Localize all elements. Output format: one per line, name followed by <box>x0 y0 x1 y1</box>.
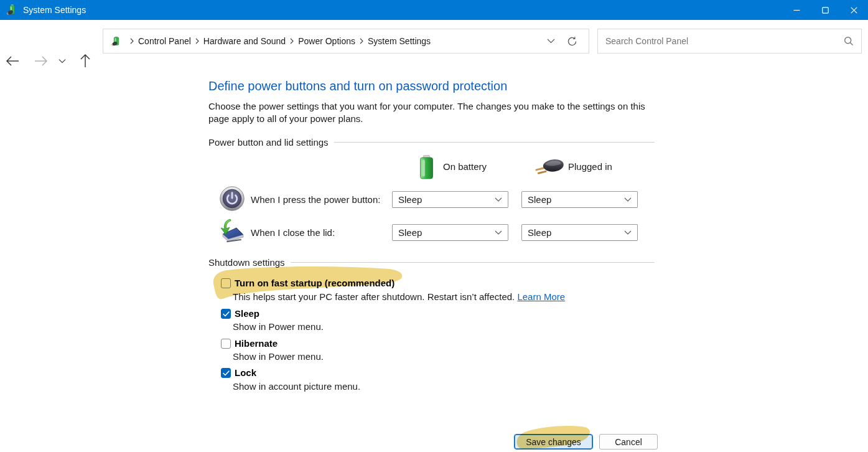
hibernate-option-label: Hibernate <box>235 338 278 349</box>
learn-more-link[interactable]: Learn More <box>517 291 565 302</box>
chevron-down-icon <box>624 230 632 235</box>
search-input[interactable] <box>605 36 844 46</box>
window-title: System Settings <box>23 5 86 15</box>
breadcrumb-separator-icon <box>130 38 134 44</box>
lock-option-description: Show in account picture menu. <box>233 381 360 392</box>
chevron-down-icon <box>547 39 555 44</box>
search-icon[interactable] <box>844 36 854 46</box>
minimize-button[interactable] <box>782 0 811 20</box>
plugged-in-column-label: Plugged in <box>568 161 612 172</box>
check-icon <box>223 311 230 317</box>
maximize-icon <box>822 7 829 14</box>
up-arrow-icon <box>80 54 90 68</box>
chevron-down-icon <box>495 197 502 202</box>
close-lid-on-battery-select[interactable]: Sleep <box>392 224 508 241</box>
fast-startup-description-text: This helps start your PC faster after sh… <box>233 291 517 302</box>
lock-checkbox[interactable] <box>221 368 231 378</box>
shutdown-section-header: Shutdown settings <box>208 257 655 268</box>
breadcrumb-item-power-options[interactable]: Power Options <box>298 36 355 46</box>
chevron-down-icon <box>58 59 66 64</box>
power-button-on-battery-select[interactable]: Sleep <box>392 191 508 208</box>
power-button-icon <box>220 186 245 211</box>
forward-arrow-icon <box>34 56 48 66</box>
back-arrow-icon <box>6 56 19 66</box>
sleep-option-label: Sleep <box>235 308 259 319</box>
on-battery-column-label: On battery <box>443 161 487 172</box>
power-options-icon <box>6 4 17 16</box>
breadcrumb-item-system-settings[interactable]: System Settings <box>368 36 431 46</box>
hibernate-option-description: Show in Power menu. <box>233 351 324 362</box>
selected-value: Sleep <box>398 194 495 205</box>
breadcrumb-separator-icon <box>360 38 363 44</box>
selected-value: Sleep <box>528 227 624 238</box>
lid-close-icon <box>218 219 245 245</box>
power-button-row-label: When I press the power button: <box>251 194 380 205</box>
refresh-button[interactable] <box>561 31 582 52</box>
breadcrumb-item-hardware-and-sound[interactable]: Hardware and Sound <box>203 36 286 46</box>
address-dropdown-button[interactable] <box>540 31 561 52</box>
close-lid-plugged-in-select[interactable]: Sleep <box>521 224 638 241</box>
power-options-icon <box>111 36 121 47</box>
up-button[interactable] <box>76 52 95 70</box>
section-divider <box>291 262 655 263</box>
plug-icon <box>535 158 565 176</box>
close-lid-row-label: When I close the lid: <box>251 227 335 238</box>
page-description: Choose the power settings that you want … <box>208 100 647 125</box>
battery-icon <box>419 155 434 179</box>
breadcrumb-separator-icon <box>195 38 199 44</box>
page-title: Define power buttons and turn on passwor… <box>208 79 507 93</box>
fast-startup-label: Turn on fast startup (recommended) <box>235 278 394 288</box>
chevron-down-icon <box>624 197 632 202</box>
system-settings-window: System Settings <box>0 0 868 452</box>
hibernate-checkbox[interactable] <box>221 339 231 349</box>
navigation-bar: Control Panel Hardware and Sound Power O… <box>0 20 868 56</box>
breadcrumb-separator-icon <box>290 38 294 44</box>
recent-pages-button[interactable] <box>55 52 70 70</box>
sleep-option-description: Show in Power menu. <box>233 321 324 332</box>
fast-startup-description: This helps start your PC faster after sh… <box>233 291 565 302</box>
maximize-button[interactable] <box>811 0 839 20</box>
selected-value: Sleep <box>398 227 495 238</box>
power-section-label: Power button and lid settings <box>208 137 329 148</box>
breadcrumb-item-control-panel[interactable]: Control Panel <box>138 36 191 46</box>
sleep-checkbox[interactable] <box>221 309 231 319</box>
close-icon <box>851 7 857 14</box>
lock-option-label: Lock <box>235 367 256 378</box>
power-button-plugged-in-select[interactable]: Sleep <box>521 191 638 208</box>
window-controls <box>782 0 868 20</box>
search-box <box>597 29 862 54</box>
fast-startup-checkbox[interactable] <box>221 278 231 288</box>
back-button[interactable] <box>3 52 22 70</box>
shutdown-section-label: Shutdown settings <box>208 257 285 268</box>
title-bar: System Settings <box>0 0 868 20</box>
selected-value: Sleep <box>528 194 624 205</box>
chevron-down-icon <box>495 230 502 235</box>
minimize-icon <box>793 7 800 14</box>
close-button[interactable] <box>839 0 868 20</box>
forward-button[interactable] <box>32 52 50 70</box>
breadcrumb: Control Panel Hardware and Sound Power O… <box>103 29 589 54</box>
refresh-icon <box>567 36 577 47</box>
check-icon <box>223 370 230 376</box>
power-section-header: Power button and lid settings <box>208 137 655 148</box>
cancel-button[interactable]: Cancel <box>599 434 658 450</box>
section-divider <box>334 142 655 143</box>
save-changes-button[interactable]: Save changes <box>514 434 593 450</box>
